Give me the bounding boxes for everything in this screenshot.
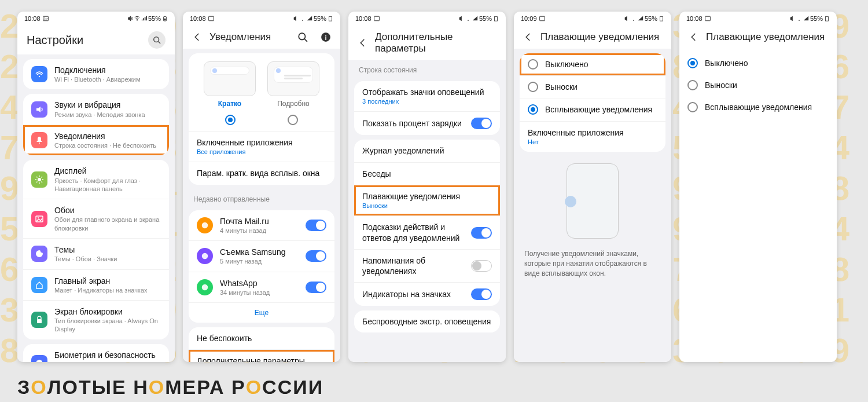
svg-line-18 [42, 177, 43, 178]
lock-icon [31, 312, 47, 328]
back-icon[interactable] [358, 38, 368, 48]
settings-item-notifications[interactable]: УведомленияСтрока состояния · Не беспоко… [23, 125, 169, 155]
status-time: 10:08 [24, 15, 41, 22]
toggle[interactable] [306, 250, 326, 262]
settings-item-display[interactable]: ДисплейЯркость · Комфорт для глаз · Нави… [23, 160, 169, 199]
settings-item-themes[interactable]: ТемыТемы · Обои · Значки [23, 239, 169, 269]
svg-line-17 [36, 181, 38, 182]
signal-icon [638, 16, 643, 21]
style-brief[interactable]: Кратко [204, 61, 256, 108]
brand-footer: ЗОЛОТЫЕ НОМЕРА РОССИИ [17, 376, 323, 399]
recent-app-item[interactable]: WhatsApp34 минуты назад [189, 272, 334, 303]
popup-params-item[interactable]: Парам. кратк. вида всплыв. окна [189, 162, 334, 184]
svg-rect-39 [660, 17, 663, 21]
radio-detailed[interactable] [288, 115, 298, 125]
settings-item-home[interactable]: Главный экранМакет · Индикаторы на значк… [23, 270, 169, 301]
settings-item-connections[interactable]: ПодключенияWi Fi · Bluetooth · Авиарежим [23, 59, 169, 89]
svg-rect-4 [164, 16, 165, 17]
svg-point-31 [202, 222, 208, 229]
svg-point-1 [44, 17, 45, 18]
app-icon [197, 217, 213, 233]
option-callouts[interactable]: Выноски [679, 74, 837, 96]
battery-icon [162, 16, 168, 21]
conversations-item[interactable]: Беседы [354, 163, 500, 185]
sun-icon [31, 171, 47, 188]
toggle[interactable] [471, 118, 492, 129]
svg-text:i: i [325, 34, 326, 41]
radio[interactable] [528, 59, 538, 70]
svg-rect-40 [705, 16, 710, 21]
toggle[interactable] [471, 260, 492, 272]
enabled-apps-item[interactable]: Включенные приложенияВсе приложения [189, 131, 334, 162]
svg-point-8 [39, 76, 40, 77]
show-icons-item[interactable]: Отображать значки оповещений3 последних [354, 81, 500, 112]
phone-illustration [567, 163, 619, 239]
page-header: Дополнительные параметры [348, 24, 506, 60]
radio[interactable] [687, 102, 698, 112]
page-title: Плавающие уведомления [706, 31, 825, 43]
screen-advanced: 10:08 55% Дополнительные параметры Строк… [348, 12, 506, 362]
more-button[interactable]: Еще [189, 303, 334, 323]
signal-icon [803, 16, 809, 21]
settings-item-lockscreen[interactable]: Экран блокировкиТип блокировки экрана · … [23, 301, 169, 339]
battery-icon [659, 16, 664, 21]
page-header: Плавающие уведомления [679, 24, 837, 49]
reminders-item[interactable]: Напоминания об уведомлениях [354, 250, 500, 283]
badges-item[interactable]: Индикаторы на значках [354, 283, 500, 306]
radio[interactable] [687, 80, 698, 90]
settings-item-sounds[interactable]: Звуки и вибрацияРежим звука · Мелодия зв… [23, 94, 169, 125]
floating-item[interactable]: Плавающие уведомленияВыноски [354, 185, 500, 216]
recent-label: Недавно отправленные [183, 189, 340, 206]
image-icon [705, 16, 711, 21]
status-bar: 10:08 55% [679, 12, 837, 24]
option-off[interactable]: Выключено [520, 53, 665, 76]
svg-rect-21 [37, 319, 42, 323]
option-callouts[interactable]: Выноски [520, 76, 665, 98]
svg-rect-37 [539, 16, 545, 21]
journal-item[interactable]: Журнал уведомлений [354, 140, 500, 162]
info-icon[interactable]: i [321, 32, 331, 42]
svg-line-16 [42, 181, 43, 182]
option-popup[interactable]: Всплывающие уведомления [679, 96, 837, 118]
enabled-apps[interactable]: Включенные приложенияНет [520, 122, 665, 152]
search-button[interactable] [148, 31, 165, 49]
mute-icon [789, 16, 795, 21]
radio-brief[interactable] [225, 115, 236, 125]
radio[interactable] [528, 82, 538, 92]
back-icon[interactable] [689, 32, 699, 42]
toggle[interactable] [306, 282, 326, 293]
radio[interactable] [528, 104, 538, 115]
settings-item-biometrics[interactable]: Биометрия и безопасностьРаспознавание ли… [23, 344, 169, 362]
style-detailed[interactable]: Подробно [267, 61, 319, 108]
toggle[interactable] [306, 220, 326, 231]
emergency-item[interactable]: Беспроводные экстр. оповещения [354, 310, 500, 332]
battery-icon [328, 16, 333, 21]
advanced-item[interactable]: Дополнительные параметры [189, 350, 334, 362]
image-icon [539, 16, 545, 21]
recent-app-item[interactable]: Почта Mail.ru4 минуты назад [189, 210, 334, 241]
image-icon [374, 16, 380, 21]
back-icon[interactable] [523, 32, 534, 42]
option-popup[interactable]: Всплывающие уведомления [520, 98, 665, 121]
dnd-item[interactable]: Не беспокоить [189, 327, 334, 350]
recent-app-item[interactable]: Съемка Samsung5 минут назад [189, 241, 334, 272]
radio[interactable] [687, 58, 698, 68]
show-battery-item[interactable]: Показать процент зарядки [354, 112, 500, 135]
toggle[interactable] [471, 288, 492, 300]
option-off[interactable]: Выключено [679, 49, 837, 74]
sound-icon [31, 101, 47, 118]
svg-line-28 [304, 39, 307, 42]
suggestions-item[interactable]: Подсказки действий и ответов для уведомл… [354, 216, 500, 249]
status-bar: 10:09 55% [514, 12, 671, 24]
svg-point-25 [302, 20, 303, 21]
page-title: Дополнительные параметры [375, 31, 496, 54]
svg-point-27 [299, 33, 305, 39]
svg-point-38 [633, 20, 634, 21]
settings-item-wallpaper[interactable]: ОбоиОбои для главного экрана и экрана бл… [23, 199, 169, 239]
bell-icon [31, 132, 47, 148]
toggle[interactable] [471, 227, 492, 239]
back-icon[interactable] [192, 32, 203, 42]
search-icon[interactable] [297, 32, 308, 42]
palette-icon [31, 246, 47, 262]
wifi-icon [796, 16, 802, 21]
